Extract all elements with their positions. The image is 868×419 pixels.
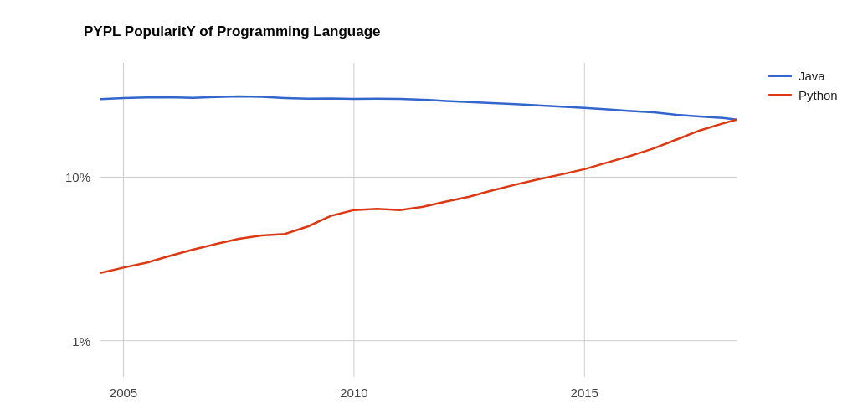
- x-tick-label: 2015: [571, 377, 598, 400]
- series-line-python: [100, 120, 737, 273]
- y-tick-label: 10%: [65, 170, 100, 184]
- legend-item-java[interactable]: Java: [768, 69, 838, 83]
- plot-area: 2005201020151%10%: [100, 63, 737, 377]
- x-tick-label: 2010: [340, 377, 367, 400]
- series-line-java: [100, 96, 737, 120]
- legend: JavaPython: [768, 69, 838, 107]
- legend-swatch: [768, 75, 792, 77]
- y-tick-label: 1%: [72, 334, 100, 348]
- x-tick-label: 2005: [110, 377, 137, 400]
- legend-swatch: [768, 94, 792, 96]
- chart-svg: [100, 63, 737, 377]
- chart-container: PYPL PopularitY of Programming Language …: [0, 0, 868, 419]
- legend-label: Python: [799, 88, 838, 102]
- legend-label: Java: [799, 69, 825, 83]
- chart-title: PYPL PopularitY of Programming Language: [84, 23, 381, 40]
- legend-item-python[interactable]: Python: [768, 88, 838, 102]
